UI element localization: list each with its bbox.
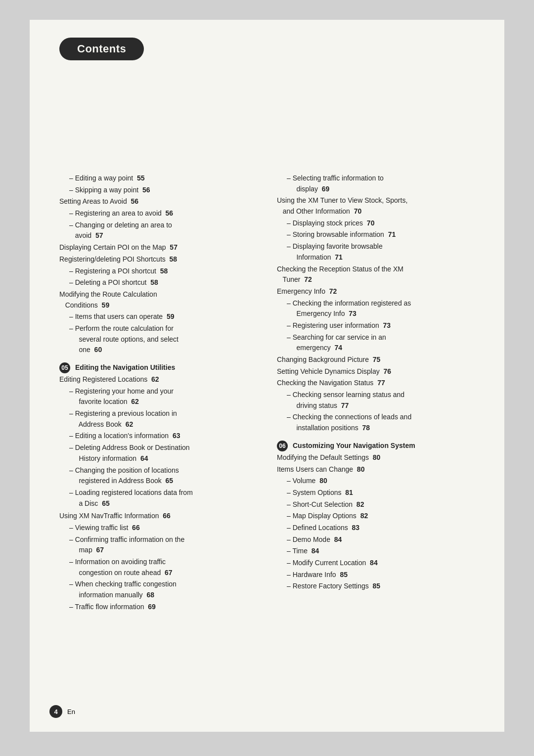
list-item: Displaying Certain POI on the Map 57 <box>59 242 257 253</box>
list-item: – Viewing traffic list 66 <box>59 523 257 534</box>
list-item: – Information on avoiding traffic conges… <box>59 557 257 578</box>
list-item: – Registering a previous location in Add… <box>59 408 257 430</box>
list-item: – Confirming traffic information on the … <box>59 534 257 556</box>
list-item: – Searching for car service in an emerge… <box>277 332 475 354</box>
section-06-label: Customizing Your Navigation System <box>293 441 415 451</box>
list-item: Registering/deleting POI Shortcuts 58 <box>59 254 257 265</box>
list-item: Modifying the Default Settings 80 <box>277 452 475 463</box>
list-item: – Deleting a POI shortcut 58 <box>59 277 257 288</box>
list-item: – Displaying stock prices 70 <box>277 218 475 229</box>
section-05-label: Editing the Navigation Utilities <box>75 362 175 373</box>
list-item: – Checking sensor learning status and dr… <box>277 390 475 411</box>
list-item: Using the XM Tuner to View Stock, Sports… <box>277 195 475 217</box>
list-item: – Perform the route calculation for seve… <box>59 323 257 356</box>
list-item: – Short-Cut Selection 82 <box>277 499 475 510</box>
list-item: – Registering an area to avoid 56 <box>59 208 257 219</box>
list-item: Checking the Reception Status of the XM … <box>277 264 475 285</box>
list-item: – Traffic flow information 69 <box>59 602 257 613</box>
list-item: – Changing or deleting an area to avoid … <box>59 220 257 241</box>
list-item: Changing Background Picture 75 <box>277 355 475 365</box>
list-item: – Demo Mode 84 <box>277 534 475 545</box>
list-item: Editing Registered Locations 62 <box>59 374 257 385</box>
content-area: – Editing a way point 55 – Skipping a wa… <box>59 173 475 613</box>
list-item: – Registering user information 73 <box>277 320 475 331</box>
section-05-number: 05 <box>59 362 70 373</box>
list-item: – Changing the position of locations reg… <box>59 465 257 487</box>
list-item: – Time 84 <box>277 546 475 557</box>
right-column: – Selecting traffic information to displ… <box>277 173 475 613</box>
list-item: – Loading registered locations data from… <box>59 488 257 509</box>
list-item: – Registering your home and your favorit… <box>59 386 257 407</box>
section-05-heading: 05 Editing the Navigation Utilities <box>59 362 257 373</box>
list-item: – Defined Locations 83 <box>277 523 475 534</box>
list-item: – Checking the connections of leads and … <box>277 412 475 433</box>
list-item: – Modify Current Location 84 <box>277 558 475 569</box>
list-item: – Storing browsable information 71 <box>277 229 475 240</box>
page-label: En <box>67 708 75 715</box>
list-item: – Checking the information registered as… <box>277 298 475 319</box>
list-item: Modifying the Route Calculation Conditio… <box>59 289 257 311</box>
list-item: – Editing a location's information 63 <box>59 431 257 442</box>
list-item: – Skipping a way point 56 <box>59 185 257 196</box>
list-item: Items Users can Change 80 <box>277 464 475 475</box>
list-item: Checking the Navigation Status 77 <box>277 378 475 389</box>
list-item: Emergency Info 72 <box>277 286 475 297</box>
page-number-area: 4 En <box>49 705 75 718</box>
page-number-circle: 4 <box>49 705 62 718</box>
list-item: – Registering a POI shortcut 58 <box>59 266 257 277</box>
page: Contents – Editing a way point 55 – Skip… <box>30 20 504 732</box>
list-item: – Restore Factory Settings 85 <box>277 581 475 592</box>
page-title: Contents <box>59 38 144 60</box>
list-item: – Volume 80 <box>277 476 475 487</box>
left-column: – Editing a way point 55 – Skipping a wa… <box>59 173 257 613</box>
list-item: – Deleting Address Book or Destination H… <box>59 443 257 464</box>
list-item: – System Options 81 <box>277 488 475 498</box>
list-item: Setting Areas to Avoid 56 <box>59 196 257 207</box>
section-06-heading: 06 Customizing Your Navigation System <box>277 441 475 451</box>
list-item: – Editing a way point 55 <box>59 173 257 184</box>
list-item: Using XM NavTraffic Information 66 <box>59 511 257 522</box>
list-item: – When checking traffic congestion infor… <box>59 579 257 600</box>
list-item: – Map Display Options 82 <box>277 511 475 522</box>
list-item: – Selecting traffic information to displ… <box>277 173 475 194</box>
list-item: – Hardware Info 85 <box>277 570 475 580</box>
section-06-number: 06 <box>277 441 288 451</box>
list-item: – Displaying favorite browsable Informat… <box>277 241 475 263</box>
list-item: Setting Vehicle Dynamics Display 76 <box>277 366 475 377</box>
list-item: – Items that users can operate 59 <box>59 311 257 322</box>
